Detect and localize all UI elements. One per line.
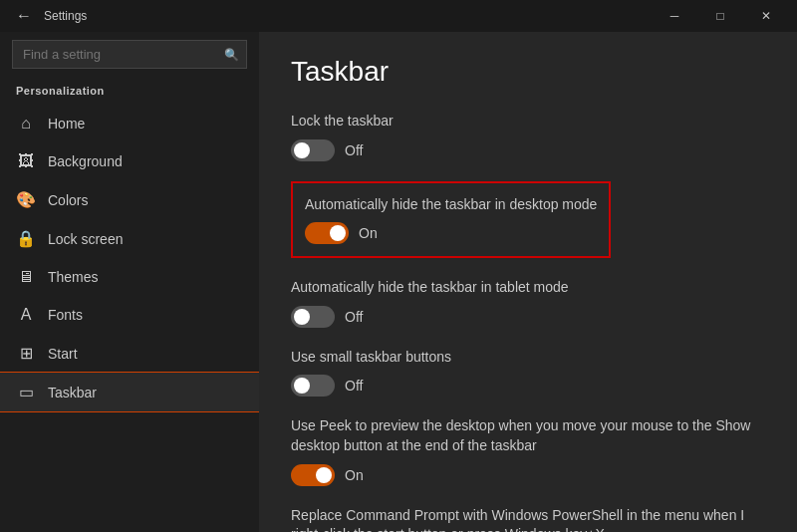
taskbar-icon: ▭ <box>16 383 36 401</box>
setting-row-lock-taskbar: Lock the taskbar Off <box>291 112 765 161</box>
titlebar: ← Settings ─ □ ✕ <box>0 0 797 32</box>
sidebar-nav: ⌂ Home 🖼 Background 🎨 Colors 🔒 Lock scre… <box>0 105 259 411</box>
setting-row-peek: Use Peek to preview the desktop when you… <box>291 416 765 485</box>
titlebar-controls: ─ □ ✕ <box>652 0 789 32</box>
sidebar-item-lock-screen[interactable]: 🔒 Lock screen <box>0 219 259 258</box>
themes-icon: 🖥 <box>16 268 36 286</box>
toggle-state-auto-hide-desktop: On <box>359 225 378 241</box>
toggle-small-buttons[interactable] <box>291 375 335 397</box>
sidebar-item-themes[interactable]: 🖥 Themes <box>0 258 259 296</box>
highlight-box: Automatically hide the taskbar in deskto… <box>291 181 611 259</box>
sidebar-item-background[interactable]: 🖼 Background <box>0 142 259 180</box>
toggle-row-small-buttons: Off <box>291 375 765 397</box>
toggle-state-lock-taskbar: Off <box>345 142 363 158</box>
close-button[interactable]: ✕ <box>743 0 789 32</box>
sidebar-item-start[interactable]: ⊞ Start <box>0 334 259 373</box>
setting-row-replace-cmd: Replace Command Prompt with Windows Powe… <box>291 506 765 532</box>
setting-label-lock-taskbar: Lock the taskbar <box>291 112 765 132</box>
toggle-row-lock-taskbar: Off <box>291 139 765 161</box>
sidebar-item-label: Fonts <box>48 307 83 323</box>
sidebar-item-label: Background <box>48 153 123 169</box>
sidebar-item-label: Lock screen <box>48 231 123 247</box>
search-input[interactable] <box>12 40 247 69</box>
background-icon: 🖼 <box>16 152 36 170</box>
section-label: Personalization <box>0 81 259 105</box>
start-icon: ⊞ <box>16 344 36 363</box>
settings-list: Lock the taskbar Off Automatically hide … <box>291 112 765 532</box>
setting-label-peek: Use Peek to preview the desktop when you… <box>291 416 765 455</box>
page-title: Taskbar <box>291 56 765 88</box>
colors-icon: 🎨 <box>16 190 36 209</box>
sidebar-item-label: Colors <box>48 192 88 208</box>
sidebar-item-label: Themes <box>48 269 99 285</box>
toggle-row-auto-hide-desktop: On <box>305 222 597 244</box>
toggle-state-small-buttons: Off <box>345 378 363 394</box>
search-box[interactable]: 🔍 <box>12 40 247 69</box>
sidebar-item-taskbar[interactable]: ▭ Taskbar <box>0 373 259 411</box>
toggle-lock-taskbar[interactable] <box>291 139 335 161</box>
minimize-button[interactable]: ─ <box>652 0 697 32</box>
setting-row-auto-hide-tablet: Automatically hide the taskbar in tablet… <box>291 278 765 328</box>
main-layout: 🔍 Personalization ⌂ Home 🖼 Background 🎨 … <box>0 32 797 532</box>
toggle-auto-hide-tablet[interactable] <box>291 306 335 328</box>
lock-screen-icon: 🔒 <box>16 229 36 248</box>
setting-label-auto-hide-tablet: Automatically hide the taskbar in tablet… <box>291 278 765 298</box>
content-area: Taskbar Lock the taskbar Off Automatical… <box>259 32 797 532</box>
titlebar-title: Settings <box>44 9 87 23</box>
toggle-state-auto-hide-tablet: Off <box>345 309 363 325</box>
setting-label-auto-hide-desktop: Automatically hide the taskbar in deskto… <box>305 195 597 215</box>
sidebar-item-colors[interactable]: 🎨 Colors <box>0 180 259 219</box>
setting-label-replace-cmd: Replace Command Prompt with Windows Powe… <box>291 506 765 532</box>
fonts-icon: A <box>16 306 36 324</box>
titlebar-left: ← Settings <box>12 7 87 25</box>
sidebar-item-label: Start <box>48 346 78 362</box>
search-icon: 🔍 <box>224 48 239 62</box>
setting-row-auto-hide-desktop: Automatically hide the taskbar in deskto… <box>291 181 765 279</box>
toggle-state-peek: On <box>345 467 364 483</box>
sidebar-item-label: Home <box>48 116 85 132</box>
toggle-row-auto-hide-tablet: Off <box>291 306 765 328</box>
home-icon: ⌂ <box>16 115 36 133</box>
maximize-button[interactable]: □ <box>697 0 743 32</box>
sidebar-item-label: Taskbar <box>48 385 97 400</box>
setting-row-small-buttons: Use small taskbar buttons Off <box>291 348 765 398</box>
setting-label-small-buttons: Use small taskbar buttons <box>291 348 765 368</box>
toggle-peek[interactable] <box>291 464 335 486</box>
sidebar: 🔍 Personalization ⌂ Home 🖼 Background 🎨 … <box>0 32 259 532</box>
toggle-row-peek: On <box>291 464 765 486</box>
toggle-auto-hide-desktop[interactable] <box>305 222 349 244</box>
sidebar-item-fonts[interactable]: A Fonts <box>0 296 259 334</box>
sidebar-item-home[interactable]: ⌂ Home <box>0 105 259 142</box>
back-button[interactable]: ← <box>12 7 36 25</box>
